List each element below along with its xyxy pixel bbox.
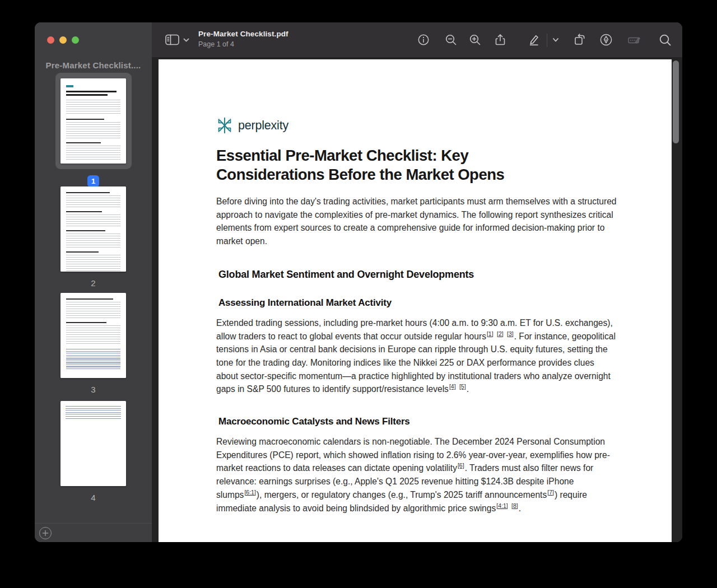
info-icon[interactable] (416, 32, 431, 48)
citation-link[interactable]: [5] (459, 383, 466, 390)
thumbnail-page-preview[interactable] (60, 401, 126, 486)
page-thumbnail-1[interactable]: 1 (35, 73, 152, 187)
citation-link[interactable]: [6] (458, 462, 464, 469)
markup-pencil-icon[interactable] (526, 32, 542, 48)
selected-thumbnail-highlight (55, 73, 132, 169)
document-paragraph: Reviewing macroeconomic calendars is non… (216, 435, 617, 515)
rotate-icon[interactable] (572, 32, 588, 48)
document-title-block: Pre-Market Checklist.pdf Page 1 of 4 (198, 30, 288, 48)
perplexity-logo-icon (216, 117, 233, 134)
search-icon[interactable] (657, 32, 673, 48)
markup-chevron-icon[interactable] (551, 32, 560, 48)
thumbnail-page-preview[interactable] (60, 78, 126, 164)
add-page-button[interactable] (39, 527, 52, 539)
pdf-content-area: perplexity Essential Pre-Market Checklis… (152, 57, 682, 542)
sidebar-footer-divider (35, 523, 152, 524)
brand-name: perplexity (238, 119, 288, 133)
citation-link[interactable]: [2] (497, 330, 504, 337)
page-title: Essential Pre-Market Checklist: Key Cons… (216, 146, 552, 184)
page-thumbnail-3[interactable]: 3 (35, 293, 152, 394)
document-paragraph: Extended trading sessions, including pre… (216, 316, 617, 396)
citation-link[interactable]: [7] (547, 489, 554, 496)
sidebar: Pre-Market Checklist.... 1234 (35, 22, 152, 542)
share-icon[interactable] (492, 32, 508, 48)
citation-link[interactable]: [3] (507, 330, 514, 337)
thumbnail-page-preview[interactable] (60, 186, 126, 272)
citation-link[interactable]: [4:1] (496, 502, 508, 509)
citation-link[interactable]: [1] (487, 330, 493, 337)
citation-link[interactable]: [6:1] (244, 489, 255, 496)
preview-window: Pre-Market Checklist.... 1234 Pre- (35, 22, 682, 542)
brand-row: perplexity (216, 117, 617, 134)
pen-tool-icon[interactable] (598, 32, 614, 48)
thumbnail-page-preview[interactable] (60, 293, 126, 378)
sidebar-options-chevron-icon[interactable] (183, 38, 189, 43)
section-heading: Macroeconomic Catalysts and News Filters (218, 416, 617, 427)
page-number-label: 2 (91, 278, 95, 288)
page-number-label: 4 (91, 493, 95, 502)
section-heading: Global Market Sentiment and Overnight De… (218, 268, 617, 281)
plus-circle-icon (42, 530, 49, 536)
document-title: Pre-Market Checklist.pdf (198, 30, 288, 38)
document-blocks: Before diving into the day's trading act… (216, 195, 617, 515)
page-thumbnail-list: 1234 (35, 22, 152, 542)
page-status: Page 1 of 4 (198, 40, 288, 48)
pdf-page[interactable]: perplexity Essential Pre-Market Checklis… (159, 59, 672, 542)
zoom-out-icon[interactable] (443, 32, 459, 48)
page-number-label: 3 (91, 385, 95, 394)
document-body: perplexity Essential Pre-Market Checklis… (216, 117, 617, 535)
citation-link[interactable]: [4] (449, 383, 456, 390)
zoom-in-icon[interactable] (467, 32, 483, 48)
sidebar-toggle-icon[interactable] (165, 33, 180, 46)
page-thumbnail-2[interactable]: 2 (35, 186, 152, 288)
page-thumbnail-4[interactable]: 4 (35, 401, 152, 502)
section-heading: Assessing International Market Activity (218, 297, 617, 309)
vertical-scrollbar[interactable] (673, 60, 679, 143)
fill-and-sign-icon (626, 32, 642, 48)
citation-link[interactable]: [8] (511, 502, 518, 509)
document-paragraph: Before diving into the day's trading act… (216, 195, 617, 248)
toolbar: Pre-Market Checklist.pdf Page 1 of 4 (152, 22, 682, 58)
current-page-badge: 1 (87, 175, 99, 187)
toolbar-separator (547, 34, 547, 47)
